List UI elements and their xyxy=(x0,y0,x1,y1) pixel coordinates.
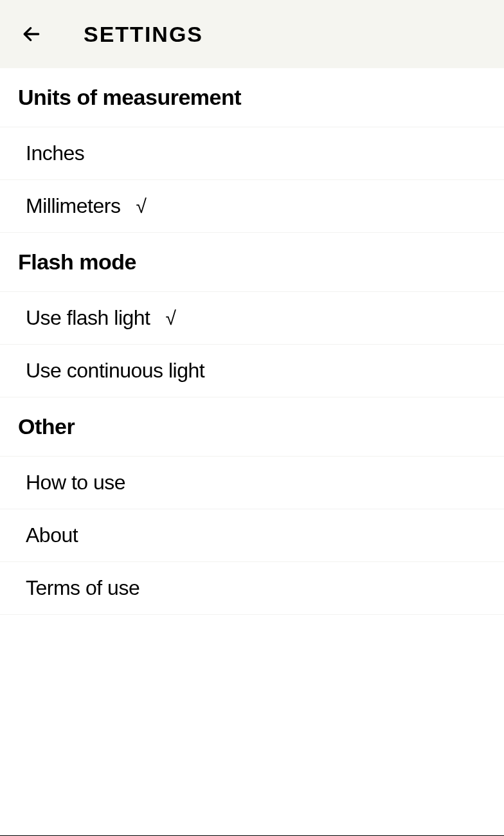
option-continuous-light[interactable]: Use continuous light xyxy=(0,345,504,397)
section-header-flash: Flash mode xyxy=(0,233,504,292)
option-inches[interactable]: Inches xyxy=(0,127,504,180)
back-button[interactable] xyxy=(18,21,45,48)
option-millimeters[interactable]: Millimeters √ xyxy=(0,180,504,233)
option-terms[interactable]: Terms of use xyxy=(0,562,504,615)
check-icon: √ xyxy=(136,195,146,217)
option-label: Use flash light xyxy=(26,306,150,330)
page-title: SETTINGS xyxy=(84,22,203,47)
option-label: Millimeters xyxy=(26,194,120,218)
section-header-other: Other xyxy=(0,397,504,457)
section-header-units: Units of measurement xyxy=(0,68,504,127)
option-how-to-use[interactable]: How to use xyxy=(0,457,504,509)
option-about[interactable]: About xyxy=(0,509,504,562)
arrow-left-icon xyxy=(21,24,42,44)
header-bar: SETTINGS xyxy=(0,0,504,68)
check-icon: √ xyxy=(165,307,176,329)
option-label: Terms of use xyxy=(26,576,140,600)
option-flash-light[interactable]: Use flash light √ xyxy=(0,292,504,345)
option-label: How to use xyxy=(26,471,125,495)
option-label: Use continuous light xyxy=(26,359,204,383)
option-label: Inches xyxy=(26,141,84,165)
option-label: About xyxy=(26,523,78,547)
